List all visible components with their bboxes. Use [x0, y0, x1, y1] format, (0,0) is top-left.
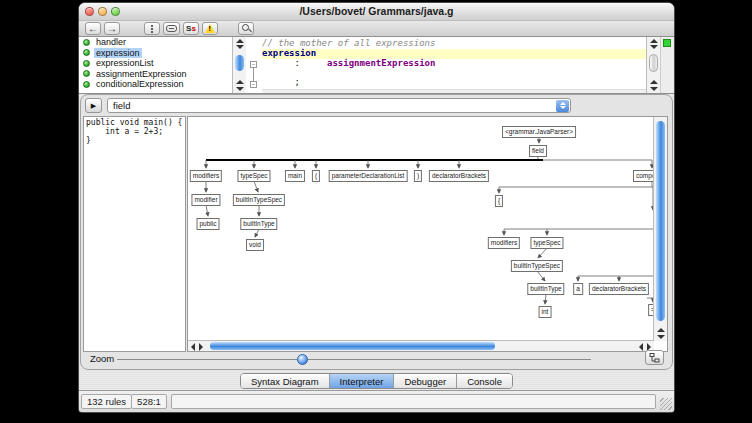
interpreter-input-text[interactable]: public void main() { int a = 2+3; } [83, 116, 186, 352]
tab-console[interactable]: Console [457, 374, 512, 388]
rule-list-item[interactable]: conditionalExpression [79, 79, 232, 90]
case-icon: Ss [186, 24, 196, 33]
scroll-down-icon[interactable] [236, 45, 244, 49]
fold-gutter: − − [246, 37, 262, 93]
tree-node[interactable]: declaratorBrackets [429, 170, 489, 182]
tree-node[interactable]: declaratorBrackets [589, 283, 649, 295]
tree-node[interactable]: main [285, 170, 305, 182]
code-line[interactable]: // the mother of all expressions [262, 39, 646, 49]
tree-node[interactable]: ) [414, 170, 422, 182]
rule-name[interactable]: expressionList [94, 58, 156, 68]
code-segment: : [262, 58, 327, 68]
combobox-stepper-icon[interactable] [556, 100, 569, 112]
tree-vertical-scrollbar[interactable] [653, 117, 667, 341]
tree-node[interactable]: modifiers [488, 237, 520, 249]
rule-list-item[interactable]: expressionList [79, 58, 232, 69]
rule-list-item[interactable]: expression [79, 48, 232, 59]
tree-node[interactable]: typeSpec [237, 170, 270, 182]
forward-button[interactable]: → [104, 22, 120, 35]
tree-node[interactable]: ( [312, 170, 320, 182]
code-line[interactable] [262, 68, 646, 78]
rule-list-item[interactable]: handler [79, 37, 232, 48]
run-interpreter-button[interactable]: ▶ [85, 98, 102, 113]
window-titlebar[interactable]: /Users/bovet/ Grammars/java.g [79, 3, 674, 21]
scroll-up-icon[interactable] [650, 80, 658, 84]
rule-status-icon [83, 49, 90, 56]
parse-tree-viewport[interactable]: <grammar.JavaParser>fieldmodifierstypeSp… [188, 117, 654, 341]
tree-node[interactable]: modifiers [190, 170, 222, 182]
loop-diagram-icon [166, 25, 177, 32]
editor-scrollbar[interactable] [646, 37, 660, 93]
start-rule-value: field [113, 100, 130, 111]
tab-interpreter[interactable]: Interpreter [330, 374, 395, 388]
scroll-down-icon[interactable] [236, 87, 244, 91]
zoom-slider[interactable] [117, 359, 591, 360]
scroll-up-icon[interactable] [236, 39, 244, 43]
editor-hscrollbar[interactable] [262, 89, 646, 93]
status-message-cell [171, 394, 656, 409]
resize-grip[interactable] [660, 398, 672, 410]
scrollbar-thumb[interactable] [210, 342, 495, 350]
scrollbar-thumb[interactable] [235, 55, 244, 71]
view-tabs: Syntax DiagramInterpreterDebuggerConsole [240, 373, 513, 389]
tree-node[interactable]: builtInTypeSpec [233, 194, 285, 206]
rule-name[interactable]: conditionalExpression [94, 79, 186, 89]
tree-node[interactable]: compoundStatement [633, 170, 654, 182]
tree-node[interactable]: builtInTypeSpec [511, 260, 563, 272]
zoom-slider-thumb[interactable] [297, 354, 308, 365]
scroll-down-icon[interactable] [650, 87, 658, 91]
warnings-button[interactable] [202, 22, 218, 35]
rules-count-cell: 132 rules [81, 394, 132, 409]
scroll-down-icon[interactable] [650, 45, 658, 49]
tree-node[interactable]: builtInType [240, 218, 277, 230]
code-lines[interactable]: // the mother of all expressionsexpressi… [262, 39, 646, 89]
rule-name[interactable]: handler [94, 37, 128, 47]
case-toggle-button[interactable]: Ss [183, 22, 199, 35]
code-line[interactable]: : assignmentExpression [262, 59, 646, 69]
syntax-diagram-button[interactable] [163, 22, 180, 35]
scroll-down-icon[interactable] [657, 335, 665, 339]
tree-node[interactable]: int [539, 306, 552, 318]
sort-rules-button[interactable] [144, 22, 160, 35]
tree-node[interactable]: builtInType [527, 283, 564, 295]
tree-node[interactable]: field [529, 145, 547, 157]
tree-node[interactable]: public [197, 218, 220, 230]
play-icon: ▶ [91, 102, 96, 110]
arrow-right-icon: → [107, 24, 117, 34]
window-title: /Users/bovet/ Grammars/java.g [79, 5, 674, 17]
caret-position-cell: 528:1 [131, 394, 167, 409]
fold-collapse-icon[interactable]: − [250, 61, 257, 68]
tab-debugger[interactable]: Debugger [394, 374, 457, 388]
code-editor[interactable]: − − // the mother of all expressionsexpr… [246, 37, 674, 93]
tree-node[interactable]: <grammar.JavaParser> [502, 126, 576, 138]
scroll-up-icon[interactable] [236, 80, 244, 84]
scrollbar-thumb[interactable] [649, 54, 658, 72]
scrollbar-thumb[interactable] [656, 121, 665, 321]
code-segment: expression [262, 48, 316, 58]
tree-node[interactable]: modifier [191, 194, 220, 206]
tree-node[interactable]: { [495, 195, 503, 207]
rule-name[interactable]: assignmentExpression [94, 69, 189, 79]
rule-list-scrollbar[interactable] [232, 37, 246, 93]
zoom-label: Zoom [90, 353, 114, 364]
arrow-left-icon: ← [88, 24, 98, 34]
tree-node[interactable]: typeSpec [530, 237, 563, 249]
rule-list-item[interactable]: assignmentExpression [79, 69, 232, 80]
tab-syntax-diagram[interactable]: Syntax Diagram [241, 374, 330, 388]
code-line[interactable]: ; [262, 78, 646, 88]
fold-collapse-icon[interactable]: − [250, 81, 257, 88]
scroll-up-icon[interactable] [657, 328, 665, 332]
tree-view-toggle-button[interactable] [645, 350, 664, 365]
code-segment: // the mother of all expressions [262, 38, 435, 48]
back-button[interactable]: ← [85, 22, 101, 35]
tree-node[interactable]: void [246, 239, 264, 251]
start-rule-combobox[interactable]: field [107, 98, 571, 113]
find-button[interactable] [238, 22, 254, 35]
magnifier-icon [242, 24, 251, 33]
tree-icon [649, 353, 660, 363]
status-bar: 132 rules 528:1 [79, 390, 674, 412]
tree-node[interactable]: parameterDeclarationList [329, 170, 408, 182]
rule-name[interactable]: expression [94, 48, 142, 58]
scroll-up-icon[interactable] [650, 39, 658, 43]
tree-node[interactable]: a [573, 283, 583, 295]
